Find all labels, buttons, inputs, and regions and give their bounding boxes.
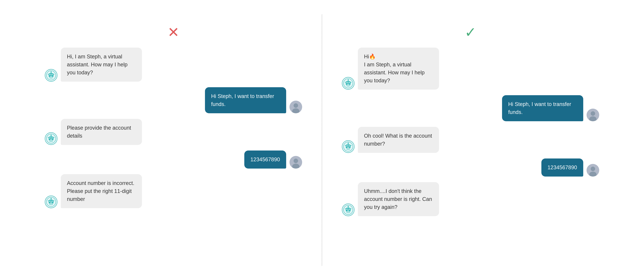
left-user-bubble-2: 1234567890 bbox=[244, 150, 286, 168]
svg-rect-32 bbox=[50, 201, 51, 202]
svg-rect-43 bbox=[347, 82, 348, 83]
svg-rect-33 bbox=[52, 201, 53, 202]
left-msg-1: Hi, I am Steph, a virtual assistant. How… bbox=[45, 48, 302, 82]
svg-rect-72 bbox=[349, 209, 350, 210]
svg-rect-20 bbox=[50, 139, 52, 140]
left-user-avatar-1 bbox=[290, 101, 302, 113]
left-msg-5: Account number is incorrect. Please put … bbox=[45, 174, 302, 208]
right-chat-area: Hi🔥I am Steph, a virtual assistant. How … bbox=[342, 48, 599, 216]
bot-avatar-3 bbox=[45, 132, 58, 145]
right-bot-bubble-1: Hi🔥I am Steph, a virtual assistant. How … bbox=[358, 48, 439, 90]
right-msg-4: 1234567890 bbox=[342, 158, 599, 176]
left-panel: ✕ bbox=[28, 14, 319, 220]
left-msg-3: Please provide the account details bbox=[45, 119, 302, 145]
svg-point-47 bbox=[348, 79, 348, 80]
right-msg-1: Hi🔥I am Steph, a virtual assistant. How … bbox=[342, 48, 599, 90]
main-container: ✕ bbox=[28, 14, 616, 266]
right-bot-avatar-5 bbox=[342, 204, 354, 216]
svg-point-65 bbox=[591, 166, 595, 171]
svg-rect-10 bbox=[54, 74, 54, 74]
svg-point-12 bbox=[294, 103, 298, 108]
right-user-bubble-2: 1234567890 bbox=[542, 158, 583, 176]
right-user-bubble-1: Hi Steph, I want to transfer funds. bbox=[502, 95, 583, 121]
svg-rect-57 bbox=[347, 146, 348, 146]
svg-rect-62 bbox=[345, 145, 346, 146]
right-header: ✓ bbox=[465, 25, 476, 39]
left-bot-bubble-2: Please provide the account details bbox=[61, 119, 142, 145]
svg-point-26 bbox=[294, 158, 298, 163]
svg-rect-24 bbox=[54, 137, 54, 138]
left-user-bubble-1: Hi Steph, I want to transfer funds. bbox=[205, 87, 286, 113]
svg-rect-9 bbox=[48, 74, 49, 74]
svg-rect-23 bbox=[48, 137, 49, 138]
svg-point-8 bbox=[50, 71, 52, 72]
svg-rect-19 bbox=[52, 138, 53, 138]
svg-point-61 bbox=[348, 142, 348, 144]
left-bot-bubble-1: Hi, I am Steph, a virtual assistant. How… bbox=[61, 48, 142, 82]
svg-rect-6 bbox=[50, 76, 52, 76]
svg-rect-71 bbox=[347, 209, 348, 210]
right-bot-bubble-3: Uhmm....I don't think the account number… bbox=[358, 182, 439, 216]
svg-rect-76 bbox=[345, 208, 346, 209]
svg-rect-44 bbox=[349, 82, 350, 83]
right-bot-bubble-2: Oh cool! What is the account number? bbox=[358, 127, 439, 153]
bot-avatar-5 bbox=[45, 196, 58, 208]
right-bot-avatar-3 bbox=[342, 140, 354, 153]
svg-rect-37 bbox=[48, 200, 49, 201]
right-bot-avatar-1 bbox=[342, 77, 354, 90]
svg-rect-77 bbox=[350, 208, 352, 209]
right-user-avatar-1 bbox=[586, 109, 599, 121]
bot-avatar-1 bbox=[45, 69, 58, 82]
svg-point-22 bbox=[50, 134, 52, 136]
right-msg-2: Hi Steph, I want to transfer funds. bbox=[342, 95, 599, 121]
svg-point-36 bbox=[50, 198, 52, 199]
left-user-avatar-2 bbox=[290, 156, 302, 168]
good-icon: ✓ bbox=[465, 25, 476, 39]
right-msg-3: Oh cool! What is the account number? bbox=[342, 127, 599, 153]
left-header: ✕ bbox=[168, 25, 179, 39]
svg-rect-18 bbox=[50, 138, 51, 138]
svg-rect-45 bbox=[347, 84, 350, 84]
left-msg-2: Hi Steph, I want to transfer funds. bbox=[45, 87, 302, 113]
svg-rect-38 bbox=[54, 200, 54, 201]
panel-divider bbox=[322, 14, 322, 266]
svg-rect-49 bbox=[350, 82, 352, 82]
svg-rect-59 bbox=[347, 147, 350, 148]
svg-rect-73 bbox=[347, 210, 350, 211]
right-panel: ✓ bbox=[325, 14, 616, 227]
right-msg-5: Uhmm....I don't think the account number… bbox=[342, 182, 599, 216]
bad-icon: ✕ bbox=[168, 25, 179, 39]
svg-point-51 bbox=[591, 111, 595, 116]
svg-rect-5 bbox=[52, 74, 53, 75]
svg-rect-4 bbox=[50, 74, 51, 75]
svg-rect-58 bbox=[349, 146, 350, 146]
left-bot-bubble-3: Account number is incorrect. Please put … bbox=[61, 174, 142, 208]
svg-point-75 bbox=[348, 206, 348, 207]
svg-rect-63 bbox=[350, 145, 352, 146]
svg-rect-48 bbox=[345, 82, 346, 82]
right-user-avatar-2 bbox=[586, 164, 599, 176]
svg-rect-34 bbox=[50, 202, 52, 203]
left-msg-4: 1234567890 bbox=[45, 150, 302, 168]
left-chat-area: Hi, I am Steph, a virtual assistant. How… bbox=[45, 48, 302, 208]
